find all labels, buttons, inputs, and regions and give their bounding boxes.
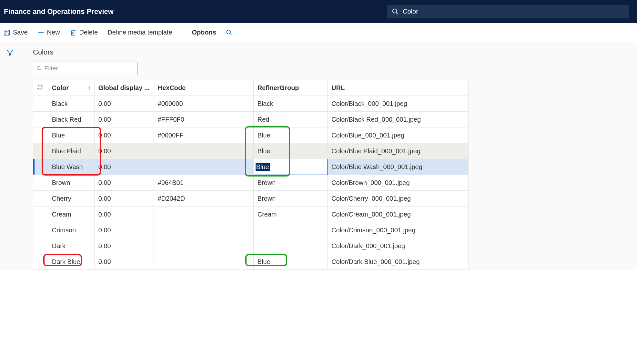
cell-url[interactable]: Color/Crimson_000_001.jpeg — [328, 222, 469, 238]
cell-refiner-group[interactable]: Blue — [253, 254, 327, 270]
trash-icon — [70, 29, 77, 36]
page-search-button[interactable] — [226, 29, 232, 36]
funnel-icon[interactable] — [6, 49, 14, 270]
cell-hexcode[interactable] — [154, 159, 253, 175]
cell-refiner-group[interactable]: Brown — [253, 191, 327, 207]
cell-color[interactable]: Brown — [48, 175, 94, 191]
cell-url[interactable]: Color/Dark_000_001.jpeg — [328, 238, 469, 254]
column-header-color[interactable]: Color ↑ — [48, 80, 94, 96]
cell-global-display[interactable]: 0.00 — [94, 127, 154, 143]
row-selector[interactable] — [33, 127, 48, 143]
row-selector[interactable] — [33, 207, 48, 222]
save-icon — [3, 29, 10, 36]
cell-global-display[interactable]: 0.00 — [94, 96, 154, 112]
cell-refiner-group[interactable]: Blue — [253, 143, 327, 159]
table-row[interactable]: Blue0.00#0000FFBlueColor/Blue_000_001.jp… — [33, 127, 469, 143]
options-button[interactable]: Options — [192, 29, 217, 36]
table-row[interactable]: Blue Wash0.00BlueColor/Blue Wash_000_001… — [33, 159, 469, 175]
app-title: Finance and Operations Preview — [4, 7, 114, 16]
new-label: New — [47, 29, 60, 36]
global-search[interactable] — [387, 5, 629, 18]
cell-global-display[interactable]: 0.00 — [94, 143, 154, 159]
table-row[interactable]: Dark0.00Color/Dark_000_001.jpeg — [33, 238, 469, 254]
cell-refiner-group[interactable] — [253, 238, 327, 254]
cell-color[interactable]: Blue Wash — [48, 159, 94, 175]
cell-color[interactable]: Blue — [48, 127, 94, 143]
cell-url[interactable]: Color/Brown_000_001.jpeg — [328, 175, 469, 191]
cell-global-display[interactable]: 0.00 — [94, 159, 154, 175]
cell-global-display[interactable]: 0.00 — [94, 207, 154, 222]
cell-color[interactable]: Crimson — [48, 222, 94, 238]
cell-url[interactable]: Color/Cream_000_001.jpeg — [328, 207, 469, 222]
row-selector[interactable] — [33, 112, 48, 127]
row-selector[interactable] — [33, 96, 48, 112]
refresh-column-header[interactable] — [33, 80, 48, 96]
cell-global-display[interactable]: 0.00 — [94, 238, 154, 254]
row-selector[interactable] — [33, 175, 48, 191]
cell-refiner-group[interactable]: Black — [253, 96, 327, 112]
cell-url[interactable]: Color/Blue Plaid_000_001.jpeg — [328, 143, 469, 159]
cell-refiner-group[interactable]: Cream — [253, 207, 327, 222]
cell-color[interactable]: Dark Blue — [48, 254, 94, 270]
cell-refiner-group[interactable]: Blue — [253, 127, 327, 143]
delete-button[interactable]: Delete — [70, 29, 98, 36]
cell-refiner-group[interactable]: Brown — [253, 175, 327, 191]
cell-global-display[interactable]: 0.00 — [94, 191, 154, 207]
table-row[interactable]: Dark Blue0.00BlueColor/Dark Blue_000_001… — [33, 254, 469, 270]
row-selector[interactable] — [33, 159, 48, 175]
cell-hexcode[interactable] — [154, 254, 253, 270]
grid-filter-input[interactable] — [45, 65, 134, 72]
cell-hexcode[interactable] — [154, 238, 253, 254]
cell-hexcode[interactable]: #FFF0F0 — [154, 112, 253, 127]
column-header-refiner-group[interactable]: RefinerGroup — [253, 80, 327, 96]
column-header-global-display[interactable]: Global display ... — [94, 80, 154, 96]
define-media-template-button[interactable]: Define media template — [107, 29, 172, 36]
table-row[interactable]: Cherry0.00#D2042DBrownColor/Cherry_000_0… — [33, 191, 469, 207]
cell-url[interactable]: Color/Blue Wash_000_001.jpeg — [328, 159, 469, 175]
cell-url[interactable]: Color/Dark Blue_000_001.jpeg — [328, 254, 469, 270]
table-row[interactable]: Black0.00#000000BlackColor/Black_000_001… — [33, 96, 469, 112]
cell-color[interactable]: Blue Plaid — [48, 143, 94, 159]
cell-global-display[interactable]: 0.00 — [94, 112, 154, 127]
cell-color[interactable]: Black Red — [48, 112, 94, 127]
cell-color[interactable]: Black — [48, 96, 94, 112]
cell-global-display[interactable]: 0.00 — [94, 254, 154, 270]
table-row[interactable]: Blue Plaid0.00BlueColor/Blue Plaid_000_0… — [33, 143, 469, 159]
cell-global-display[interactable]: 0.00 — [94, 222, 154, 238]
table-row[interactable]: Black Red0.00#FFF0F0RedColor/Black Red_0… — [33, 112, 469, 127]
cell-url[interactable]: Color/Cherry_000_001.jpeg — [328, 191, 469, 207]
cell-hexcode[interactable] — [154, 207, 253, 222]
cell-color[interactable]: Dark — [48, 238, 94, 254]
cell-hexcode[interactable]: #0000FF — [154, 127, 253, 143]
cell-url[interactable]: Color/Black_000_001.jpeg — [328, 96, 469, 112]
column-header-hexcode[interactable]: HexCode — [154, 80, 253, 96]
cell-refiner-group[interactable] — [253, 222, 327, 238]
row-selector[interactable] — [33, 254, 48, 270]
svg-rect-7 — [71, 31, 75, 35]
cell-refiner-group[interactable]: Blue — [253, 159, 327, 175]
cell-hexcode[interactable]: #D2042D — [154, 191, 253, 207]
cell-url[interactable]: Color/Blue_000_001.jpeg — [328, 127, 469, 143]
cell-hexcode[interactable]: #964B01 — [154, 175, 253, 191]
cell-refiner-group[interactable]: Red — [253, 112, 327, 127]
cell-url[interactable]: Color/Black Red_000_001.jpeg — [328, 112, 469, 127]
grid-filter[interactable] — [33, 62, 137, 75]
new-button[interactable]: New — [37, 29, 60, 36]
cell-color[interactable]: Cherry — [48, 191, 94, 207]
table-row[interactable]: Cream0.00CreamColor/Cream_000_001.jpeg — [33, 207, 469, 222]
table-row[interactable]: Crimson0.00Color/Crimson_000_001.jpeg — [33, 222, 469, 238]
save-button[interactable]: Save — [3, 29, 28, 36]
cell-hexcode[interactable] — [154, 143, 253, 159]
cell-global-display[interactable]: 0.00 — [94, 175, 154, 191]
cell-hexcode[interactable]: #000000 — [154, 96, 253, 112]
cell-color[interactable]: Cream — [48, 207, 94, 222]
column-header-url[interactable]: URL — [328, 80, 469, 96]
cell-hexcode[interactable] — [154, 222, 253, 238]
global-search-input[interactable] — [403, 8, 625, 15]
row-selector[interactable] — [33, 191, 48, 207]
row-selector[interactable] — [33, 222, 48, 238]
table-row[interactable]: Brown0.00#964B01BrownColor/Brown_000_001… — [33, 175, 469, 191]
row-selector[interactable] — [33, 238, 48, 254]
row-selector[interactable] — [33, 143, 48, 159]
refresh-icon — [37, 84, 43, 90]
